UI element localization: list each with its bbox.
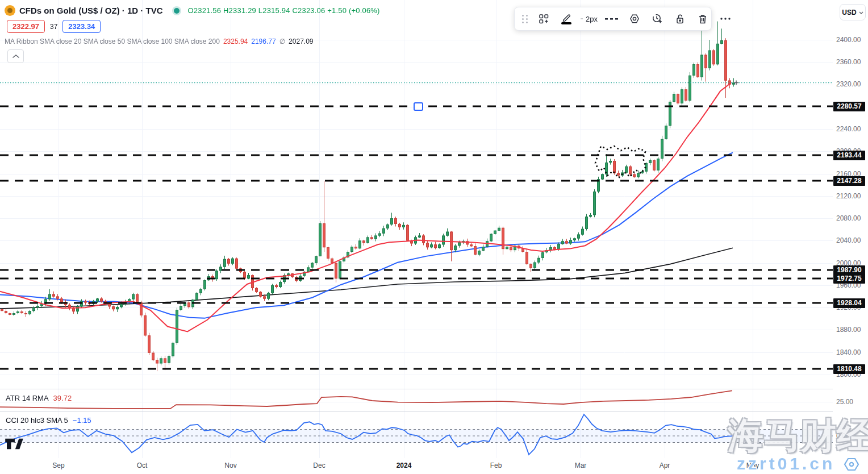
delete-button[interactable] (692, 10, 713, 27)
chart-window: CFDs on Gold (US$ / OZ) · 1D · TVC O2321… (0, 0, 868, 474)
ma-ribbon-legend[interactable]: MA Ribbon SMA close 20 SMA close 50 SMA … (5, 38, 314, 45)
chart-canvas[interactable] (0, 0, 868, 474)
level-price-badge: 2280.57 (833, 102, 865, 111)
price-tick: 2360.00 (836, 57, 861, 66)
price-tick: 2120.00 (836, 192, 861, 201)
gold-symbol-icon (5, 5, 15, 16)
currency-selector[interactable]: USD (840, 4, 866, 20)
price-tick: 0.00 (836, 431, 849, 440)
level-price-badge: 2147.28 (833, 176, 865, 186)
line-width-button[interactable]: 2px (578, 10, 600, 27)
ohlc-values: O2321.56 H2331.29 L2315.94 C2323.06 +1.5… (188, 6, 380, 15)
gear-icon (629, 13, 640, 24)
toolbar-drag-handle[interactable] (518, 10, 532, 27)
price-axis[interactable]: 2400.002360.002320.002240.002200.002160.… (833, 0, 868, 458)
bid-price[interactable]: 2322.97 (7, 20, 45, 33)
price-tick: 25.00 (836, 397, 853, 406)
cci-label: CCI 20 hlc3 SMA 5 (6, 416, 68, 425)
pencil-icon (562, 14, 571, 22)
atr-label: ATR 14 RMA (6, 394, 49, 402)
price-tick: 1840.00 (836, 348, 861, 357)
time-tick: Sep (52, 461, 64, 469)
ma-ribbon-label: MA Ribbon SMA close 20 SMA close 50 SMA … (5, 38, 220, 45)
ellipsis-icon (720, 18, 731, 20)
time-tick: Feb (490, 461, 502, 469)
time-tick: May (746, 461, 760, 469)
time-tick: 2024 (397, 461, 412, 469)
dashed-line-icon (605, 18, 619, 20)
more-button[interactable] (715, 10, 736, 27)
price-tick: 2040.00 (836, 236, 861, 245)
lock-button[interactable] (669, 10, 691, 27)
price-tick: 1880.00 (836, 325, 861, 334)
atr-legend[interactable]: ATR 14 RMA 39.72 (6, 394, 72, 402)
level-price-badge: 1972.75 (833, 274, 865, 284)
drag-dots-icon (522, 15, 528, 23)
alert-button[interactable] (646, 10, 668, 27)
color-swatch (561, 22, 571, 24)
time-tick: Nov (224, 461, 236, 469)
price-tick: 2240.00 (836, 124, 861, 134)
drawing-toolbar: 2px (514, 7, 712, 31)
currency-label: USD (842, 9, 856, 16)
line-width-icon (581, 18, 583, 20)
cci-value: −1.15 (73, 416, 91, 425)
ma-value-20: 2325.94 (223, 38, 248, 45)
settings-button[interactable] (624, 10, 645, 27)
spread-value: 37 (50, 23, 57, 31)
price-tick: 2400.00 (836, 35, 861, 44)
tradingview-logo-icon (5, 436, 24, 451)
time-tick: Apr (660, 461, 670, 469)
market-open-icon[interactable] (174, 8, 180, 14)
chevron-down-icon (859, 11, 863, 14)
symbol-header: CFDs on Gold (US$ / OZ) · 1D · TVC O2321… (5, 5, 380, 16)
price-tick: 2320.00 (836, 80, 861, 89)
chevron-up-icon (12, 54, 19, 59)
cci-legend[interactable]: CCI 20 hlc3 SMA 5 −1.15 (6, 416, 91, 425)
level-price-badge: 1987.90 (833, 265, 865, 275)
line-color-button[interactable] (556, 10, 577, 27)
collapse-legend-button[interactable] (7, 49, 24, 63)
clock-plus-icon (652, 13, 663, 24)
layout-grid-plus-icon (539, 14, 549, 24)
time-tick: Oct (137, 461, 148, 469)
bid-ask-row: 2322.97 37 2323.34 (7, 20, 101, 33)
line-width-label: 2px (586, 15, 598, 23)
trash-icon (698, 14, 707, 24)
template-button[interactable] (533, 10, 554, 27)
symbol-title[interactable]: CFDs on Gold (US$ / OZ) · 1D · TVC (19, 6, 163, 15)
price-tick: 2080.00 (836, 214, 861, 223)
time-tick: Mar (575, 461, 587, 469)
lock-open-icon (675, 14, 685, 24)
line-style-button[interactable] (601, 10, 623, 27)
tradingview-logo[interactable] (5, 436, 24, 454)
ask-price[interactable]: 2323.34 (62, 20, 101, 33)
level-price-badge: 1928.04 (833, 298, 865, 308)
time-tick: Dec (313, 461, 325, 469)
ma-value-avg: 2027.09 (289, 38, 313, 45)
time-axis[interactable]: SepOctNovDec2024FebMarAprMay (0, 458, 868, 474)
level-price-badge: 2193.44 (833, 151, 865, 160)
ma-value-50: 2196.77 (251, 38, 276, 45)
atr-value: 39.72 (53, 394, 72, 402)
ma-average-symbol: ∅ (279, 38, 285, 45)
level-price-badge: 1810.48 (833, 364, 865, 374)
drawing-anchor-handle[interactable] (414, 102, 423, 111)
